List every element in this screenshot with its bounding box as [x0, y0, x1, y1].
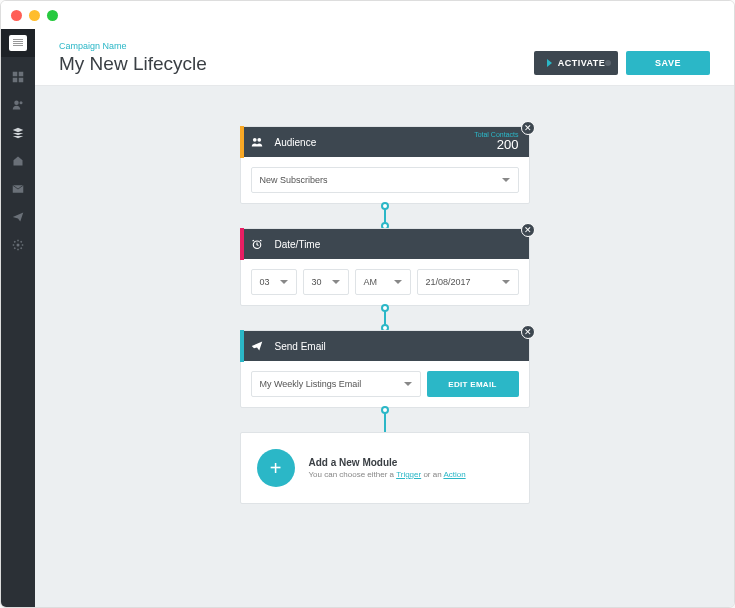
svg-point-9 [257, 138, 261, 142]
page-title: My New Lifecycle [59, 53, 207, 75]
svg-point-7 [17, 244, 20, 247]
titlebar [1, 1, 734, 29]
edit-label: EDIT EMAIL [448, 380, 496, 389]
ampm-select[interactable]: AM [355, 269, 411, 295]
select-value: New Subscribers [260, 175, 328, 185]
trigger-link[interactable]: Trigger [396, 470, 421, 479]
contacts-value: 200 [497, 137, 519, 152]
brand-logo[interactable] [1, 29, 35, 57]
nav-home[interactable] [1, 147, 35, 175]
select-value: 03 [260, 277, 270, 287]
users-icon [12, 99, 24, 111]
action-link[interactable]: Action [443, 470, 465, 479]
select-value: 30 [312, 277, 322, 287]
module-audience-header: Audience Total Contacts 200 [241, 127, 529, 157]
accent-bar [240, 126, 244, 158]
caret-down-icon [394, 280, 402, 284]
nav-settings[interactable] [1, 231, 35, 259]
nav-contacts[interactable] [1, 91, 35, 119]
add-module-subtext: You can choose either a Trigger or an Ac… [309, 470, 466, 479]
svg-rect-3 [19, 78, 24, 83]
campaign-label: Campaign Name [59, 41, 207, 51]
module-datetime: Date/Time ✕ 03 30 AM [240, 228, 530, 306]
gear-icon [12, 239, 24, 251]
top-actions: ACTIVATE SAVE [534, 51, 710, 75]
topbar: Campaign Name My New Lifecycle ACTIVATE … [35, 29, 734, 86]
module-title: Audience [275, 137, 317, 148]
window-close-dot[interactable] [11, 10, 22, 21]
module-body: 03 30 AM 21/08/2017 [241, 259, 529, 305]
connector-knob [381, 304, 389, 312]
status-indicator [605, 60, 611, 66]
svg-rect-2 [13, 78, 18, 83]
window-minimize-dot[interactable] [29, 10, 40, 21]
caret-down-icon [404, 382, 412, 386]
module-sendemail: Send Email ✕ My Weekly Listings Email ED… [240, 330, 530, 408]
layers-icon [12, 127, 24, 139]
workflow-canvas: Audience Total Contacts 200 ✕ New Subscr… [35, 86, 734, 607]
svg-rect-0 [13, 72, 18, 77]
module-title: Date/Time [275, 239, 321, 250]
svg-rect-1 [19, 72, 24, 77]
caret-down-icon [332, 280, 340, 284]
accent-bar [240, 228, 244, 260]
connector [384, 306, 386, 330]
paper-plane-icon [251, 340, 263, 352]
app-window: Campaign Name My New Lifecycle ACTIVATE … [0, 0, 735, 608]
sidebar [1, 29, 35, 607]
envelope-icon [12, 183, 24, 195]
activate-button[interactable]: ACTIVATE [534, 51, 618, 75]
save-label: SAVE [655, 58, 681, 68]
module-close-button[interactable]: ✕ [521, 223, 535, 237]
module-body: New Subscribers [241, 157, 529, 203]
main-content: Campaign Name My New Lifecycle ACTIVATE … [35, 29, 734, 607]
home-icon [12, 155, 24, 167]
svg-point-5 [20, 101, 23, 104]
connector-knob [381, 406, 389, 414]
caret-down-icon [502, 178, 510, 182]
select-value: My Weekly Listings Email [260, 379, 362, 389]
grid-icon [12, 71, 24, 83]
connector [384, 204, 386, 228]
nav-send[interactable] [1, 203, 35, 231]
contacts-block: Total Contacts 200 [474, 131, 518, 152]
play-icon [547, 59, 552, 67]
paper-plane-icon [12, 211, 24, 223]
svg-point-4 [14, 101, 19, 106]
nav-dashboard[interactable] [1, 63, 35, 91]
nav-email[interactable] [1, 175, 35, 203]
edit-email-button[interactable]: EDIT EMAIL [427, 371, 519, 397]
activate-label: ACTIVATE [558, 58, 606, 68]
email-select[interactable]: My Weekly Listings Email [251, 371, 421, 397]
hour-select[interactable]: 03 [251, 269, 297, 295]
nav-campaigns[interactable] [1, 119, 35, 147]
minute-select[interactable]: 30 [303, 269, 349, 295]
svg-point-8 [252, 138, 256, 142]
app-body: Campaign Name My New Lifecycle ACTIVATE … [1, 29, 734, 607]
add-module-card: + Add a New Module You can choose either… [240, 432, 530, 504]
caret-down-icon [280, 280, 288, 284]
module-audience: Audience Total Contacts 200 ✕ New Subscr… [240, 126, 530, 204]
title-block: Campaign Name My New Lifecycle [59, 41, 207, 75]
accent-bar [240, 330, 244, 362]
add-module-button[interactable]: + [257, 449, 295, 487]
audience-select[interactable]: New Subscribers [251, 167, 519, 193]
connector-knob [381, 202, 389, 210]
save-button[interactable]: SAVE [626, 51, 710, 75]
module-sendemail-header: Send Email [241, 331, 529, 361]
module-body: My Weekly Listings Email EDIT EMAIL [241, 361, 529, 407]
select-value: 21/08/2017 [426, 277, 471, 287]
date-select[interactable]: 21/08/2017 [417, 269, 519, 295]
clock-icon [251, 238, 263, 250]
audience-icon [251, 136, 263, 148]
window-maximize-dot[interactable] [47, 10, 58, 21]
connector [384, 408, 386, 432]
caret-down-icon [502, 280, 510, 284]
add-module-title: Add a New Module [309, 457, 466, 468]
module-datetime-header: Date/Time [241, 229, 529, 259]
module-title: Send Email [275, 341, 326, 352]
add-module-text: Add a New Module You can choose either a… [309, 457, 466, 479]
module-close-button[interactable]: ✕ [521, 121, 535, 135]
module-close-button[interactable]: ✕ [521, 325, 535, 339]
select-value: AM [364, 277, 378, 287]
